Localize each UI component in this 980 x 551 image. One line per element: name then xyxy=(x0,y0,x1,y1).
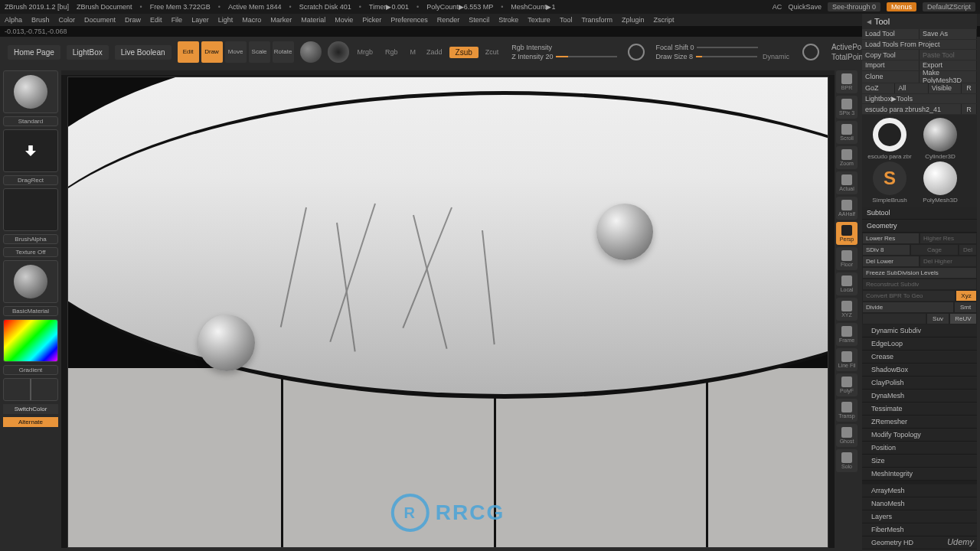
suv-button[interactable]: Suv xyxy=(926,313,949,324)
goz-visible-button[interactable]: Visible xyxy=(929,83,962,93)
menu-zscript[interactable]: Zscript xyxy=(654,16,675,24)
goz-r-button[interactable]: R xyxy=(962,83,977,93)
side-transp-button[interactable]: Transp xyxy=(836,399,858,422)
side-frame-button[interactable]: Frame xyxy=(836,323,858,346)
reconstruct-subdiv-button[interactable]: Reconstruct Subdiv xyxy=(862,279,977,290)
menu-texture[interactable]: Texture xyxy=(528,16,550,24)
side-persp-button[interactable]: Persp xyxy=(836,222,858,245)
cage-button[interactable]: Cage xyxy=(910,244,959,256)
side-solo-button[interactable]: Solo xyxy=(836,449,858,472)
menu-file[interactable]: File xyxy=(172,16,183,24)
switch-color-button[interactable]: SwitchColor xyxy=(3,404,58,414)
menu-zplugin[interactable]: Zplugin xyxy=(622,16,645,24)
geo-zremesher-section[interactable]: ZRemesher xyxy=(862,416,977,429)
side-actual-button[interactable]: Actual xyxy=(836,171,858,194)
quicksave[interactable]: QuickSave xyxy=(788,3,822,11)
default-zscript[interactable]: DefaultZScript xyxy=(923,2,975,11)
smt-button[interactable]: Smt xyxy=(954,302,977,313)
rgb-mode[interactable]: Rgb xyxy=(383,48,400,56)
menu-macro[interactable]: Macro xyxy=(242,16,261,24)
side-ghost-button[interactable]: Ghost xyxy=(836,424,858,447)
tool-arraymesh-section[interactable]: ArrayMesh xyxy=(862,484,977,497)
geo-dynamesh-section[interactable]: DynaMesh xyxy=(862,390,977,403)
clone-button[interactable]: Clone xyxy=(862,71,920,83)
side-bpr-button[interactable]: BPR xyxy=(836,70,858,93)
subtool-section[interactable]: Subtool xyxy=(862,207,977,220)
geo-size-section[interactable]: Size xyxy=(862,455,977,468)
tool-thumb[interactable]: SSimpleBrush xyxy=(865,161,914,204)
higher-res-button[interactable]: Higher Res xyxy=(920,233,977,244)
focal-shift-slider[interactable] xyxy=(697,47,758,48)
make-polymesh-button[interactable]: Make PolyMesh3D xyxy=(920,71,977,83)
side-aahalf-button[interactable]: AAHalf xyxy=(836,197,858,220)
menu-tool[interactable]: Tool xyxy=(560,16,573,24)
rotate-mode-button[interactable]: Rotate xyxy=(273,41,294,63)
xyz-button[interactable]: Xyz xyxy=(956,290,977,302)
geo-modify-topology-section[interactable]: Modify Topology xyxy=(862,429,977,442)
side-xyz-button[interactable]: XYZ xyxy=(836,298,858,321)
draw-mode-button[interactable]: Draw xyxy=(201,41,223,63)
lower-res-button[interactable]: Lower Res xyxy=(862,233,920,244)
alternate-button[interactable]: Alternate xyxy=(3,417,58,427)
menu-document[interactable]: Document xyxy=(84,16,116,24)
m-mode[interactable]: M xyxy=(408,48,419,56)
alpha-slot[interactable] xyxy=(3,188,58,231)
tool-name-r-button[interactable]: R xyxy=(962,104,977,114)
menu-layer[interactable]: Layer xyxy=(191,16,209,24)
goz-all-button[interactable]: All xyxy=(895,83,928,93)
zcut-mode[interactable]: Zcut xyxy=(483,48,501,56)
geometry-section[interactable]: Geometry xyxy=(862,220,977,233)
material-slot[interactable] xyxy=(3,260,58,303)
menu-marker[interactable]: Marker xyxy=(270,16,292,24)
menu-preferences[interactable]: Preferences xyxy=(390,16,428,24)
menu-transform[interactable]: Transform xyxy=(581,16,612,24)
side-line-fil-button[interactable]: Line Fil xyxy=(836,348,858,371)
canvas-3d[interactable]: R RRCG xyxy=(67,77,828,548)
lightbox-button[interactable]: LightBox xyxy=(67,45,109,60)
color-picker[interactable] xyxy=(3,319,58,362)
paste-tool-button[interactable]: Paste Tool xyxy=(920,50,977,60)
menu-material[interactable]: Material xyxy=(301,16,325,24)
menu-picker[interactable]: Picker xyxy=(362,16,381,24)
draw-size-slider[interactable] xyxy=(696,56,757,57)
lightbox-tools-button[interactable]: Lightbox▶Tools xyxy=(862,94,977,104)
geo-position-section[interactable]: Position xyxy=(862,442,977,455)
menu-draw[interactable]: Draw xyxy=(125,16,141,24)
menu-light[interactable]: Light xyxy=(218,16,234,24)
ac[interactable]: AC xyxy=(773,3,782,11)
move-mode-button[interactable]: Move xyxy=(225,41,247,63)
save-as-button[interactable]: Save As xyxy=(920,29,977,39)
side-local-button[interactable]: Local xyxy=(836,272,858,295)
focal-ring[interactable] xyxy=(802,44,819,60)
geo-crease-section[interactable]: Crease xyxy=(862,350,977,364)
draw-size-label[interactable]: Draw Size 8 xyxy=(655,53,693,60)
z-intensity-label[interactable]: Z Intensity 20 xyxy=(511,53,553,60)
convert-bpr-button[interactable]: Convert BPR To Geo xyxy=(862,290,956,302)
side-scroll-button[interactable]: Scroll xyxy=(836,121,858,144)
menu-movie[interactable]: Movie xyxy=(335,16,353,24)
sdiv-slider[interactable]: SDiv 8 xyxy=(862,244,910,256)
del-higher-button[interactable]: Del Higher xyxy=(920,256,977,267)
tool-thumb[interactable]: PolyMesh3D xyxy=(916,161,965,204)
menu-alpha[interactable]: Alpha xyxy=(5,16,22,24)
material-preview[interactable] xyxy=(300,41,322,63)
brush-slot[interactable] xyxy=(3,70,58,113)
geo-edgeloop-section[interactable]: EdgeLoop xyxy=(862,337,977,350)
freeze-subdiv-button[interactable]: Freeze SubDivision Levels xyxy=(862,267,977,279)
goz-button[interactable]: GoZ xyxy=(862,83,895,93)
gradient-toggle[interactable] xyxy=(328,41,349,63)
geo-claypolish-section[interactable]: ClayPolish xyxy=(862,377,977,390)
zadd-mode[interactable]: Zadd xyxy=(424,48,445,56)
edit-mode-button[interactable]: Edit xyxy=(178,41,199,63)
tool-panel-header[interactable]: Tool xyxy=(862,14,977,29)
load-from-project-button[interactable]: Load Tools From Project xyxy=(862,40,977,50)
zsub-mode[interactable]: Zsub xyxy=(449,47,479,58)
gradient-label[interactable]: Gradient xyxy=(3,365,58,375)
menu-render[interactable]: Render xyxy=(437,16,460,24)
geo-dynamic-subdiv-section[interactable]: Dynamic Subdiv xyxy=(862,324,977,337)
geo-meshintegrity-section[interactable]: MeshIntegrity xyxy=(862,468,977,481)
focal-shift-label[interactable]: Focal Shift 0 xyxy=(655,44,694,51)
side-zoom-button[interactable]: Zoom xyxy=(836,146,858,169)
geo-tessimate-section[interactable]: Tessimate xyxy=(862,403,977,416)
divide-button[interactable]: Divide xyxy=(862,302,954,313)
